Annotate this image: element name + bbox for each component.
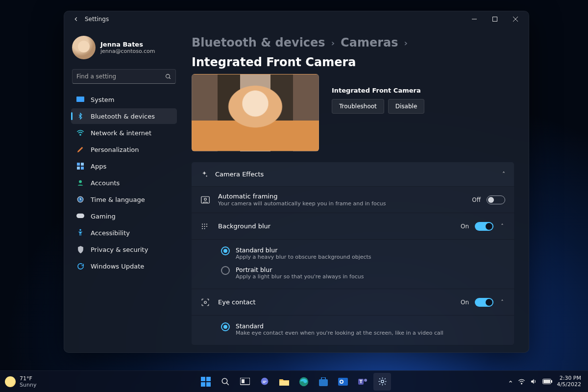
svg-point-31 [222, 378, 227, 384]
sidebar-item-time-language[interactable]: Time & language [71, 192, 177, 207]
camera-effects-header[interactable]: Camera Effects ˄ [192, 162, 514, 187]
sidebar-item-privacy-security[interactable]: Privacy & security [71, 242, 177, 257]
edge-button[interactable] [295, 373, 313, 391]
outlook-button[interactable] [334, 373, 352, 391]
section-title: Camera Effects [215, 171, 264, 178]
taskbar-center: T [197, 373, 391, 391]
wifi-icon [76, 128, 85, 137]
maximize-button[interactable] [485, 12, 505, 26]
background-blur-options: Standard blur Apply a heavy blur to obsc… [192, 240, 514, 289]
start-button[interactable] [197, 373, 215, 391]
sidebar-item-apps[interactable]: Apps [71, 158, 177, 174]
svg-rect-28 [206, 377, 211, 381]
store-button[interactable] [315, 373, 332, 391]
eye-contact-toggle[interactable] [475, 298, 493, 307]
chevron-up-icon[interactable]: ˄ [499, 223, 505, 229]
svg-point-26 [204, 301, 207, 303]
svg-point-19 [204, 223, 205, 224]
portrait-blur-option[interactable]: Portrait blur Apply a light blur so that… [221, 263, 505, 283]
paintbrush-icon [76, 145, 85, 154]
setting-title: Eye contact [218, 298, 256, 306]
clock-icon [76, 195, 85, 204]
chat-button[interactable] [256, 373, 273, 391]
disable-button[interactable]: Disable [388, 99, 425, 114]
option-title: Standard blur [236, 246, 371, 254]
date: 4/5/2022 [557, 382, 581, 388]
svg-point-17 [204, 198, 207, 200]
background-blur-toggle[interactable] [475, 222, 493, 231]
toggle-state: On [461, 299, 469, 306]
weather-widget[interactable]: 71°F Sunny [5, 375, 36, 388]
taskbar-search-button[interactable] [217, 373, 234, 391]
search-icon [165, 74, 172, 80]
update-icon [76, 262, 85, 270]
camera-preview [192, 74, 319, 151]
back-button[interactable] [69, 12, 83, 26]
background-blur-row: Background blur On ˄ [192, 213, 514, 240]
sidebar-item-network[interactable]: Network & internet [71, 125, 177, 141]
sidebar-item-windows-update[interactable]: Windows Update [71, 258, 177, 274]
svg-point-4 [166, 74, 170, 78]
eye-contact-standard-option[interactable]: Standard Make eye contact even when you'… [221, 319, 505, 339]
eye-contact-row: Eye contact On ˄ [192, 289, 514, 316]
svg-rect-1 [493, 17, 497, 22]
sidebar-item-personalization[interactable]: Personalization [71, 142, 177, 157]
sidebar-item-label: Apps [91, 163, 106, 170]
sidebar-item-accessibility[interactable]: Accessibility [71, 225, 177, 241]
minimize-button[interactable] [464, 12, 485, 26]
bluetooth-icon [76, 112, 85, 121]
tray-overflow-icon[interactable] [508, 379, 513, 384]
close-button[interactable] [505, 12, 526, 26]
taskbar: 71°F Sunny T 2:30 PM 4/5/2022 [0, 370, 588, 392]
svg-point-18 [202, 223, 203, 224]
automatic-framing-toggle[interactable] [487, 196, 505, 204]
svg-rect-11 [81, 167, 84, 170]
sidebar-item-label: Windows Update [91, 263, 144, 270]
sidebar-item-accounts[interactable]: Accounts [71, 175, 177, 191]
svg-rect-38 [319, 379, 328, 386]
avatar [72, 36, 96, 59]
svg-rect-8 [77, 163, 80, 166]
camera-name: Integrated Front Camera [332, 87, 424, 94]
chevron-right-icon: › [331, 38, 335, 48]
chevron-up-icon[interactable]: ˄ [499, 299, 505, 305]
eye-focus-icon [200, 298, 210, 307]
option-desc: Make eye contact even when you're lookin… [236, 330, 443, 336]
sidebar-item-label: Accessibility [91, 229, 130, 237]
sidebar-item-bluetooth-devices[interactable]: Bluetooth & devices [71, 108, 177, 124]
accessibility-icon [76, 228, 85, 237]
eye-contact-options: Standard Make eye contact even when you'… [192, 316, 514, 345]
breadcrumb-item[interactable]: Bluetooth & devices [192, 36, 325, 49]
svg-line-32 [226, 383, 229, 385]
sidebar-item-system[interactable]: System [71, 92, 177, 107]
user-block[interactable]: Jenna Bates jenna@contoso.com [71, 33, 177, 66]
troubleshoot-button[interactable]: Troubleshoot [332, 99, 384, 114]
svg-point-12 [79, 180, 82, 183]
search-box[interactable] [72, 69, 176, 84]
sidebar: Jenna Bates jenna@contoso.com System Blu… [64, 27, 182, 352]
standard-blur-option[interactable]: Standard blur Apply a heavy blur to obsc… [221, 244, 505, 263]
sidebar-item-label: Network & internet [91, 129, 151, 137]
user-email: jenna@contoso.com [100, 48, 155, 54]
volume-icon[interactable] [530, 378, 538, 385]
blur-icon [200, 222, 210, 230]
svg-point-46 [381, 380, 384, 383]
wifi-icon[interactable] [518, 379, 525, 385]
svg-point-15 [79, 229, 81, 231]
nav: System Bluetooth & devices Network & int… [71, 92, 177, 274]
teams-button[interactable]: T [354, 373, 371, 391]
settings-button[interactable] [373, 373, 391, 391]
user-name: Jenna Bates [100, 41, 155, 48]
task-view-button[interactable] [236, 373, 254, 391]
sidebar-item-label: Personalization [91, 146, 139, 153]
file-explorer-button[interactable] [275, 373, 293, 391]
option-title: Standard [236, 322, 443, 330]
clock[interactable]: 2:30 PM 4/5/2022 [557, 375, 583, 388]
setting-title: Automatic framing [218, 193, 386, 200]
breadcrumb-item[interactable]: Cameras [341, 36, 398, 49]
battery-icon[interactable] [542, 379, 552, 384]
radio-selected-icon [221, 246, 230, 255]
search-input[interactable] [76, 73, 165, 80]
sidebar-item-gaming[interactable]: Gaming [71, 208, 177, 224]
sidebar-item-label: Privacy & security [91, 246, 148, 253]
